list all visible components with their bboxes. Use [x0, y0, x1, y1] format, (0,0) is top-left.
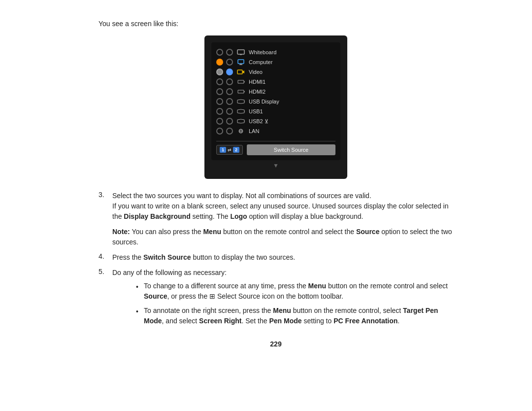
- num-2: 2: [233, 147, 239, 153]
- step-4-number: 4.: [99, 252, 108, 260]
- bullet-list: • To change to a different source at any…: [136, 281, 453, 326]
- source-row: LAN: [216, 126, 335, 136]
- radio-left-hdmi1[interactable]: [216, 78, 223, 85]
- svg-rect-2: [238, 60, 244, 64]
- svg-rect-5: [237, 70, 242, 74]
- bullet-2-text: To annotate on the right screen, press t…: [144, 306, 453, 326]
- radio-right-usb1[interactable]: [226, 108, 233, 115]
- radio-right-hdmi2[interactable]: [226, 88, 233, 95]
- radio-left-video[interactable]: [216, 68, 223, 75]
- radio-right-whiteboard[interactable]: [226, 49, 233, 56]
- source-row: USB1: [216, 106, 335, 116]
- source-row: Computer: [216, 57, 335, 67]
- step-5-item: 5. Do any of the following as necessary:…: [99, 268, 453, 330]
- radio-right-usb2[interactable]: [226, 118, 233, 125]
- radio-right-usbdisplay[interactable]: [226, 98, 233, 105]
- source-label-hdmi1: HDMI1: [249, 79, 266, 85]
- svg-rect-0: [237, 50, 244, 54]
- intro-text: You see a screen like this:: [99, 20, 453, 28]
- bullet-dot-1: •: [136, 282, 141, 292]
- screen-inner: Whiteboard Computer: [211, 42, 340, 160]
- radio-right-hdmi1[interactable]: [226, 78, 233, 85]
- step-3-text: Select the two sources you want to displ…: [112, 191, 453, 222]
- usb2-icon: [236, 118, 246, 124]
- source-row: USB Display: [216, 97, 335, 106]
- computer-icon: [236, 59, 246, 65]
- bullet-item-1: • To change to a different source at any…: [136, 281, 453, 302]
- source-label-video: Video: [249, 69, 263, 75]
- radio-right-video[interactable]: [226, 68, 233, 75]
- bullet-item-2: • To annotate on the right screen, press…: [136, 306, 453, 326]
- radio-left-usb1[interactable]: [216, 108, 223, 115]
- hdmi1-icon: [236, 79, 246, 85]
- bullet-1-text: To change to a different source at any t…: [144, 281, 453, 302]
- source-row: Whiteboard: [216, 47, 335, 57]
- step-4-text: Press the Switch Source button to displa…: [112, 252, 295, 263]
- page-number: 229: [99, 340, 453, 348]
- radio-left-whiteboard[interactable]: [216, 49, 223, 56]
- svg-rect-1: [240, 54, 242, 55]
- radio-right-lan[interactable]: [226, 128, 233, 135]
- note-body: You can also press the Menu button on th…: [112, 228, 452, 246]
- source-label-whiteboard: Whiteboard: [249, 49, 276, 55]
- step-3-main: Select the two sources you want to displ…: [112, 192, 371, 200]
- source-row: HDMI1: [216, 77, 335, 87]
- num-1: 1: [220, 147, 226, 153]
- source-label-computer: Computer: [249, 59, 272, 65]
- radio-left-lan[interactable]: [216, 128, 223, 135]
- step-4-item: 4. Press the Switch Source button to dis…: [99, 252, 453, 263]
- source-label-usb2: USB2 ⊻: [249, 118, 268, 125]
- source-row: HDMI2: [216, 87, 335, 97]
- radio-left-hdmi2[interactable]: [216, 88, 223, 95]
- step-3-sub: If you want to write on a blank screen, …: [112, 202, 449, 220]
- bottom-bar: 1 ⇄ 2 Switch Source: [216, 141, 335, 155]
- source-label-usbdisplay: USB Display: [249, 99, 279, 104]
- source-label-usb1: USB1: [249, 108, 263, 114]
- switch-indicator: 1 ⇄ 2: [216, 145, 243, 155]
- source-row: USB2 ⊻: [216, 116, 335, 126]
- radio-left-usb2[interactable]: [216, 118, 223, 125]
- lan-icon: [236, 128, 246, 134]
- step-5-number: 5.: [99, 268, 108, 275]
- monitor-icon: [236, 49, 246, 55]
- radio-right-computer[interactable]: [226, 59, 233, 66]
- source-label-hdmi2: HDMI2: [249, 89, 266, 95]
- scroll-arrow: ▼: [211, 162, 340, 169]
- step-5-main: Do any of the following as necessary:: [112, 269, 227, 276]
- switch-source-button[interactable]: Switch Source: [247, 144, 335, 155]
- step-5-text: Do any of the following as necessary: • …: [112, 268, 453, 330]
- video-icon: [236, 69, 246, 75]
- source-list: Whiteboard Computer: [216, 47, 335, 136]
- arrow-icon: ⇄: [228, 147, 232, 152]
- bullet-dot-2: •: [136, 307, 141, 317]
- step-3-item: 3. Select the two sources you want to di…: [99, 191, 453, 222]
- note-paragraph: Note: You can also press the Menu button…: [112, 227, 453, 247]
- radio-left-computer[interactable]: [216, 59, 223, 66]
- source-label-lan: LAN: [249, 128, 259, 134]
- screen-mockup: Whiteboard Computer: [204, 35, 347, 179]
- note-label: Note:: [112, 228, 130, 236]
- usb1-icon: [236, 108, 246, 114]
- usb-display-icon: [236, 99, 246, 104]
- radio-left-usbdisplay[interactable]: [216, 98, 223, 105]
- hdmi2-icon: [236, 89, 246, 95]
- source-row: Video: [216, 67, 335, 77]
- page-content: You see a screen like this: Whiteboard: [0, 0, 532, 368]
- step-3-number: 3.: [99, 191, 108, 199]
